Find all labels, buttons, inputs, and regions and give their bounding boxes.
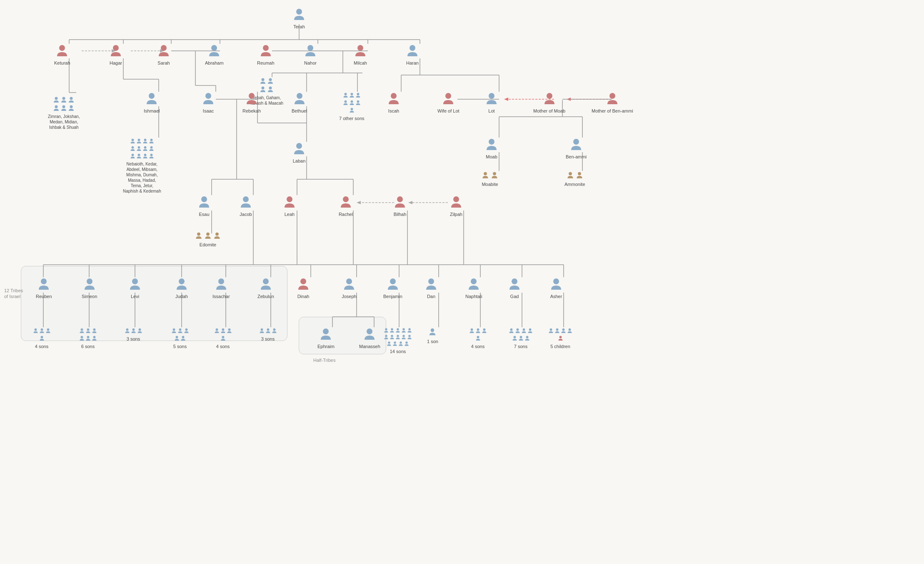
svg-point-184 [93,336,95,338]
svg-point-143 [137,154,140,156]
svg-point-100 [59,45,65,51]
svg-point-211 [408,335,410,337]
node-dan-son: 1 son [427,327,438,344]
svg-point-213 [394,341,396,343]
svg-point-194 [222,328,224,331]
svg-point-179 [80,328,83,331]
svg-point-144 [144,154,146,156]
svg-point-207 [385,335,387,337]
node-esau: Esau [197,195,212,217]
svg-point-164 [132,278,138,284]
svg-point-168 [300,278,306,284]
svg-point-156 [343,196,349,202]
svg-point-110 [262,87,265,90]
node-hagar: Hagar [108,44,123,66]
svg-point-113 [62,97,65,100]
svg-point-228 [550,328,552,331]
svg-point-181 [93,328,95,331]
svg-point-189 [179,328,181,331]
svg-point-192 [182,336,185,338]
svg-point-210 [402,335,405,337]
svg-point-149 [484,172,487,175]
svg-marker-36 [504,98,508,101]
svg-point-116 [62,105,65,108]
svg-point-215 [405,341,407,343]
node-levi-sons: 3 sons [123,327,144,342]
svg-point-196 [222,336,224,338]
svg-point-141 [150,146,152,149]
node-benjamin-sons: 14 sons [383,327,412,354]
svg-point-167 [263,278,269,284]
svg-point-205 [402,328,405,330]
svg-point-99 [296,9,302,15]
svg-point-148 [573,139,579,145]
svg-point-138 [131,146,134,149]
node-ishmael: Ishmael [144,92,160,114]
node-bethuel: Bethuel [292,92,307,114]
svg-point-182 [80,336,83,338]
node-manasseh: Manasseh [359,327,380,349]
svg-point-203 [391,328,393,330]
node-iscah: Iscah [386,92,401,114]
node-rebekah: Rebekah [242,92,261,114]
svg-point-152 [578,172,581,175]
svg-point-127 [357,100,359,103]
node-mother-of-moab: Mother of Moab [533,92,565,114]
svg-point-202 [385,328,387,330]
svg-point-142 [131,154,134,156]
svg-point-176 [40,328,43,331]
svg-point-170 [390,278,396,284]
svg-point-219 [483,328,485,331]
svg-point-102 [161,45,167,51]
svg-point-188 [172,328,175,331]
node-zimran-group: Zimran, Jokshan, Medan, Midian, Ishbak &… [48,96,80,130]
svg-point-147 [489,139,494,145]
svg-point-223 [523,328,525,331]
node-milcah: Milcah [353,44,368,66]
svg-point-159 [197,233,200,236]
svg-point-173 [512,278,517,284]
svg-point-162 [41,278,47,284]
svg-point-224 [529,328,532,331]
svg-point-221 [510,328,513,331]
svg-point-133 [609,93,615,99]
svg-point-107 [410,45,415,51]
half-tribes-label: Half-Tribes [313,358,335,363]
svg-point-195 [228,328,230,331]
node-asher: Asher [549,277,564,299]
node-isaac: Isaac [201,92,216,114]
svg-point-198 [267,328,269,331]
svg-point-183 [87,336,89,338]
svg-point-231 [569,328,571,331]
node-ishmael-sons: Nebaioth, Kedar, Abdeel, Mibsam, Mishma,… [123,138,161,194]
svg-point-108 [262,78,265,81]
svg-point-178 [40,336,43,338]
node-simeon-sons: 6 sons [76,327,100,349]
svg-point-106 [357,45,363,51]
svg-point-137 [150,139,152,141]
svg-point-174 [553,278,559,284]
svg-point-123 [350,93,353,95]
svg-point-226 [519,336,522,338]
node-moab: Moab [484,138,499,160]
svg-point-117 [70,105,73,108]
svg-point-172 [471,278,477,284]
svg-point-220 [477,336,479,338]
svg-point-208 [391,335,393,337]
svg-point-131 [489,93,494,99]
svg-point-120 [249,93,255,99]
svg-point-151 [569,172,572,175]
svg-point-101 [113,45,119,51]
chart-container: 12 Tribes of Israel Half-Tribes [0,0,924,564]
node-bilhah: Bilhah [392,195,407,217]
svg-point-214 [400,341,402,343]
node-leah: Leah [282,195,297,217]
node-mother-of-benammi: Mother of Ben-ammi [592,92,633,114]
svg-point-114 [70,97,73,100]
svg-point-216 [431,328,435,332]
svg-point-115 [55,105,58,108]
svg-point-171 [428,278,434,284]
node-jacob: Jacob [238,195,253,217]
svg-point-119 [205,93,211,99]
svg-point-122 [344,93,347,95]
